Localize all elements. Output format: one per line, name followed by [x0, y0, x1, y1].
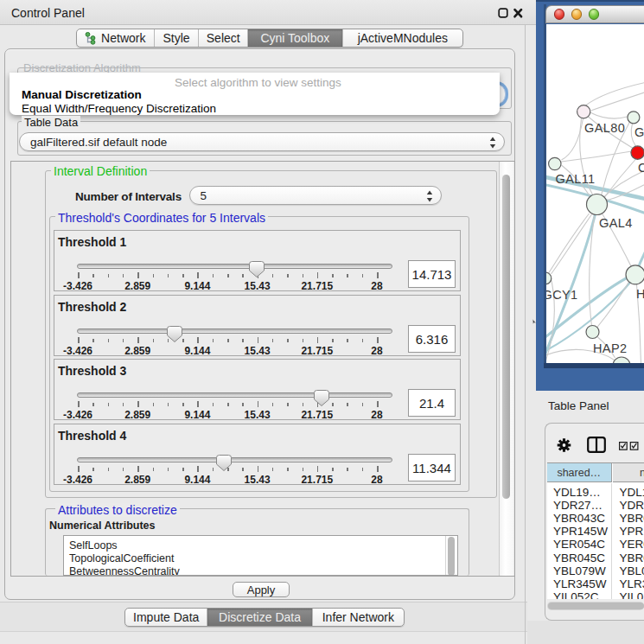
svg-text:GAL11: GAL11	[555, 172, 595, 186]
svg-text:CYC8: CYC8	[638, 161, 644, 175]
svg-text:GAL80: GAL80	[584, 121, 625, 135]
svg-text:GAL4: GAL4	[599, 216, 633, 230]
svg-text:GAL1: GAL1	[634, 125, 644, 139]
svg-text:HAP2: HAP2	[593, 341, 627, 355]
svg-text:GCY1: GCY1	[546, 288, 578, 302]
svg-text:HIS4: HIS4	[636, 287, 644, 301]
